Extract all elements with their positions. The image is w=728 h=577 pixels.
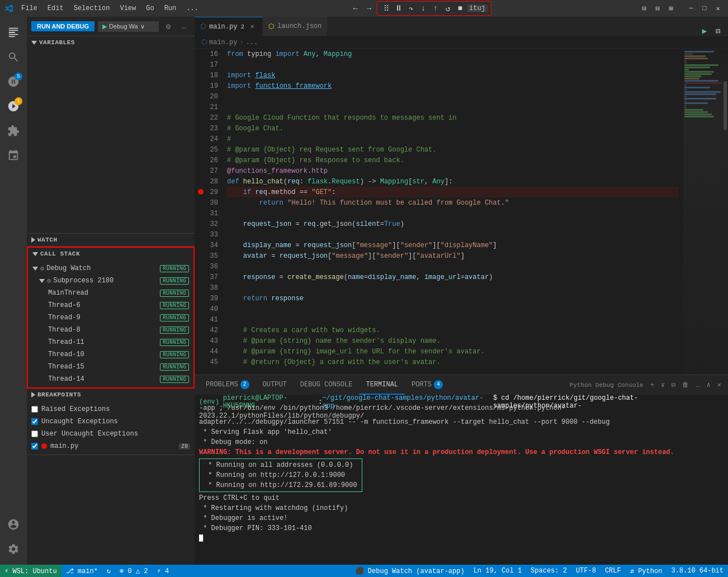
terminal-dropdown-button[interactable]: ∨ [659,379,667,391]
breakpoints-label: BREAKPOINTS [37,391,81,398]
line-num-18: 18 [199,70,218,81]
menu-edit[interactable]: Edit [43,3,68,13]
minimap[interactable] [683,49,728,375]
callstack-item-thread6[interactable]: Thread-6 RUNNING [28,299,193,311]
status-debug-session-button[interactable]: ⬛ Debug Watch (avatar-app) [351,565,469,577]
line-num-20: 20 [199,91,218,102]
callstack-section-header[interactable]: CALL STACK [28,248,193,260]
breadcrumb-file[interactable]: main.py [209,39,237,46]
line-num-30: 30 [199,197,218,208]
minimap-scrollbar[interactable] [724,81,727,130]
callstack-item-subprocess[interactable]: ⚙ Subprocess 2180 RUNNING [28,275,193,287]
debug-restart-button[interactable]: ↺ [442,3,453,14]
status-position-button[interactable]: Ln 19, Col 1 [469,565,526,577]
debug-profile-selector[interactable]: ▶ Debug Wa ∨ [98,21,159,32]
split-terminal-button[interactable]: ⊟ [669,379,678,391]
run-and-debug-button[interactable]: RUN AND DEBUG [31,21,94,31]
panel-tab-output[interactable]: OUTPUT [256,375,294,395]
activity-remote-button[interactable] [2,144,25,167]
debug-pause-button[interactable]: ⏸ [393,3,404,14]
menu-view[interactable]: View [115,3,140,13]
menu-go[interactable]: Go [141,3,158,13]
status-language-button[interactable]: ⇵ Python [626,565,667,577]
status-branch-button[interactable]: ⎇ main* [62,565,102,577]
layout-panels-button[interactable]: ⊟ [639,3,650,14]
panel-tab-terminal[interactable]: TERMINAL [359,375,405,395]
debug-step-into-button[interactable]: ↓ [418,3,429,14]
debug-step-over-button[interactable]: ↷ [405,3,417,14]
debug-continue-button[interactable]: ⠿ [381,3,392,14]
activity-settings-button[interactable] [2,538,25,560]
close-panel-button[interactable]: ✕ [715,379,724,391]
status-version-button[interactable]: 3.8.10 64-bit [666,565,728,577]
menu-selection[interactable]: Selection [69,3,115,13]
window-close-button[interactable]: ✕ [712,3,724,14]
status-bar-right: ⬛ Debug Watch (avatar-app) Ln 19, Col 1 … [351,565,728,577]
debug-more-button[interactable]: … [178,20,190,32]
more-terminal-button[interactable]: … [693,379,702,391]
tab-launch-json[interactable]: ⬡ launch.json [263,17,328,36]
panel-tab-ports[interactable]: PORTS 4 [405,375,450,395]
code-line-23: # Google Chat. [227,123,679,134]
bp-uncaught-checkbox[interactable] [31,418,38,425]
eol-label: CRLF [605,567,621,575]
status-spaces-button[interactable]: Spaces: 2 [526,565,571,577]
tab-main-py-close-button[interactable]: ✕ [248,22,257,31]
panel-tab-problems[interactable]: PROBLEMS 2 [199,375,256,395]
line-num-22: 22 [199,112,218,123]
activity-search-button[interactable] [2,46,25,68]
menu-file[interactable]: File [17,3,42,13]
tab-main-py[interactable]: ⬡ main.py 2 ✕ [195,17,263,36]
callstack-item-thread14[interactable]: Thread-14 RUNNING [28,373,193,385]
activity-extensions-button[interactable] [2,120,25,142]
terminal-content[interactable]: (env) pierrick@LAPTOP-HKU5PNNG:~/git/goo… [195,395,728,565]
clear-terminal-button[interactable]: 🗑 [680,379,691,391]
callstack-item-debug-watch[interactable]: ⚙ Debug Watch RUNNING [28,262,193,275]
code-content[interactable]: from typing import Any, Mapping import f… [223,49,683,375]
status-sync-button[interactable]: ↻ [102,565,115,577]
callstack-item-thread11[interactable]: Thread-11 RUNNING [28,336,193,348]
new-terminal-button[interactable]: + [648,379,656,391]
callstack-item-thread15[interactable]: Thread-15 RUNNING [28,361,193,373]
activity-explorer-button[interactable] [2,21,25,44]
window-minimize-button[interactable]: — [686,3,697,14]
nav-back-button[interactable]: ← [350,3,361,14]
gear-icon-sub: ⚙ [47,277,51,285]
status-wsl-button[interactable]: ⚡ WSL: Ubuntu [0,565,62,577]
debug-settings-button[interactable]: ⚙ [162,20,174,32]
split-editor-button[interactable]: ⊟ [712,25,724,36]
callstack-thread9-label: Thread-9 [48,314,81,321]
debug-step-out-button[interactable]: ↑ [430,3,441,14]
nav-forward-button[interactable]: → [363,3,375,14]
tab-launch-json-label: launch.json [277,22,322,30]
status-debug-info-button[interactable]: ⚡ 4 [153,565,174,577]
callstack-item-thread8[interactable]: Thread-8 RUNNING [28,324,193,336]
bp-user-uncaught-checkbox[interactable] [31,431,38,437]
debug-session-label: ⬛ Debug Watch (avatar-app) [356,567,465,575]
breakpoints-section-header[interactable]: BREAKPOINTS [27,389,195,401]
panel-tab-debug-console[interactable]: DEBUG CONSOLE [294,375,360,395]
menu-run[interactable]: Run [160,3,181,13]
bp-raised-checkbox[interactable] [31,406,38,413]
activity-run-debug-button[interactable]: 1 [2,95,25,117]
status-errors-button[interactable]: ⊗ 0 △ 2 [115,565,152,577]
activity-account-button[interactable] [2,513,25,536]
sidebar-header: RUN AND DEBUG ▶ Debug Wa ∨ ⚙ … [27,17,195,36]
callstack-item-mainthread[interactable]: MainThread RUNNING [28,287,193,299]
watch-section-header[interactable]: WATCH [27,234,195,246]
bp-mainpy-checkbox[interactable] [31,443,38,450]
run-file-button[interactable]: ▶ [699,25,710,36]
status-encoding-button[interactable]: UTF-8 [571,565,601,577]
layout-sidebar-button[interactable]: ⊟ [652,3,663,14]
variables-section-header[interactable]: VARIABLES [27,36,195,49]
window-maximize-button[interactable]: □ [699,3,710,14]
callstack-item-thread10[interactable]: Thread-10 RUNNING [28,348,193,361]
bp-mainpy-badge: 29 [179,443,190,450]
maximize-panel-button[interactable]: ∧ [705,379,713,391]
activity-source-control-button[interactable]: 5 [2,70,25,93]
status-eol-button[interactable]: CRLF [601,565,626,577]
menu-more[interactable]: ... [182,3,203,13]
callstack-item-thread9[interactable]: Thread-9 RUNNING [28,311,193,324]
layout-grid-button[interactable]: ⊞ [665,3,677,14]
debug-stop-button[interactable]: ■ [455,3,466,14]
